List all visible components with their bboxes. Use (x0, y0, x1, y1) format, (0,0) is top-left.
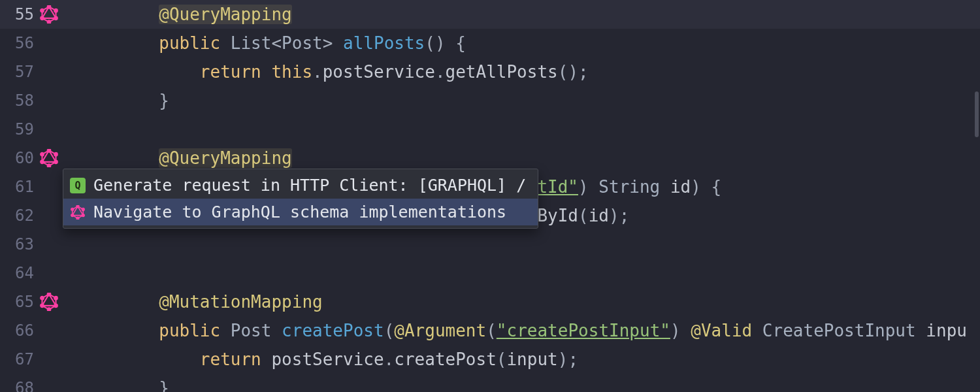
line-number: 65 (0, 293, 39, 311)
gutter: 57 (0, 57, 72, 86)
line-number: 59 (0, 120, 39, 139)
line-number: 63 (0, 235, 39, 253)
gutter: 66 (0, 316, 72, 345)
code-line[interactable]: 63 (0, 230, 980, 259)
line-number: 64 (0, 264, 39, 282)
svg-point-27 (71, 208, 74, 210)
popup-item-label: Navigate to GraphQL schema implementatio… (93, 203, 506, 221)
gutter-graphql-icon[interactable] (39, 5, 59, 24)
svg-point-6 (41, 9, 44, 12)
code-line[interactable]: 58 } (0, 86, 980, 115)
line-number: 57 (0, 63, 39, 81)
svg-point-9 (54, 153, 57, 156)
code-text[interactable]: return postService.createPost(input); (72, 350, 980, 369)
code-line[interactable]: 66 public Post createPost(@Argument("cre… (0, 316, 980, 345)
code-line[interactable]: 59 (0, 115, 980, 144)
editor-viewport[interactable]: 55 @QueryMapping 56 public List<Post> al… (0, 0, 980, 392)
gutter: 63 (0, 230, 72, 259)
gutter-action-popup[interactable]: Q Generate request in HTTP Client: [GRAP… (63, 169, 538, 229)
code-text[interactable]: public List<Post> allPosts() { (72, 33, 980, 53)
line-number: 61 (0, 178, 39, 196)
line-number: 62 (0, 206, 39, 225)
code-text[interactable]: @QueryMapping (72, 148, 980, 168)
svg-point-18 (48, 308, 51, 311)
svg-point-20 (41, 297, 44, 300)
gutter: 67 (0, 345, 72, 374)
scrollbar-vertical[interactable] (975, 91, 979, 137)
gutter: 58 (0, 86, 72, 115)
gutter-graphql-icon[interactable] (39, 292, 59, 312)
code-line[interactable]: 67 return postService.createPost(input); (0, 345, 980, 374)
gutter: 62 (0, 201, 72, 230)
gutter: 59 (0, 115, 72, 144)
code-line[interactable]: 57 return this.postService.getAllPosts()… (0, 57, 980, 86)
line-number: 68 (0, 379, 39, 392)
svg-point-4 (48, 20, 51, 24)
code-text[interactable]: @MutationMapping (72, 292, 980, 312)
line-number: 66 (0, 321, 39, 340)
svg-point-13 (41, 153, 44, 156)
line-number: 55 (0, 5, 39, 24)
code-line[interactable]: 68 } (0, 374, 980, 392)
gutter: 61 (0, 172, 72, 201)
code-line[interactable]: 65 @MutationMapping (0, 287, 980, 316)
code-text[interactable]: public Post createPost(@Argument("create… (72, 321, 980, 340)
code-line[interactable]: 64 (0, 259, 980, 287)
code-text[interactable]: } (72, 378, 980, 392)
gutter: 64 (0, 259, 72, 287)
code-text[interactable]: } (72, 91, 980, 110)
svg-point-2 (54, 9, 57, 12)
http-client-icon: Q (70, 178, 86, 193)
gutter: 55 (0, 0, 72, 29)
line-number: 58 (0, 91, 39, 110)
code-line[interactable]: 55 @QueryMapping (0, 0, 980, 29)
code-text[interactable]: return this.postService.getAllPosts(); (72, 62, 980, 82)
svg-point-11 (48, 164, 51, 167)
popup-item-generate-http-request[interactable]: Q Generate request in HTTP Client: [GRAP… (63, 172, 538, 199)
graphql-icon (70, 204, 86, 220)
line-number: 67 (0, 350, 39, 368)
popup-item-label: Generate request in HTTP Client: [GRAPHQ… (93, 176, 526, 195)
svg-point-16 (54, 297, 57, 300)
code-line[interactable]: 56 public List<Post> allPosts() { (0, 29, 980, 57)
gutter: 68 (0, 374, 72, 392)
gutter: 56 (0, 29, 72, 57)
gutter-graphql-icon[interactable] (39, 148, 59, 168)
line-number: 60 (0, 149, 39, 167)
code-text[interactable]: @QueryMapping (72, 5, 980, 24)
svg-point-23 (82, 208, 84, 210)
svg-point-25 (76, 217, 79, 220)
gutter: 65 (0, 287, 72, 316)
popup-item-navigate-graphql-schema[interactable]: Navigate to GraphQL schema implementatio… (63, 199, 538, 225)
line-number: 56 (0, 34, 39, 52)
gutter: 60 (0, 144, 72, 172)
